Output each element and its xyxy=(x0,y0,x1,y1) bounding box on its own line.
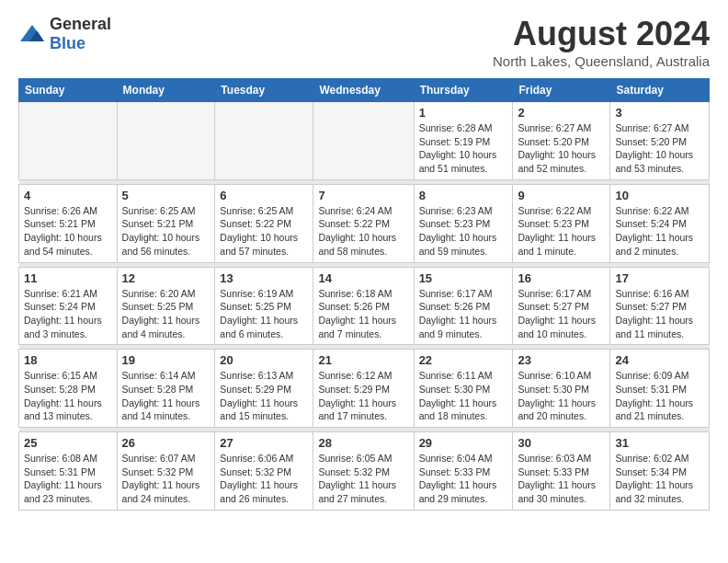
day-info: Sunrise: 6:14 AMSunset: 5:28 PMDaylight:… xyxy=(122,369,210,423)
calendar-cell: 17Sunrise: 6:16 AMSunset: 5:27 PMDayligh… xyxy=(610,267,710,345)
weekday-header: Tuesday xyxy=(215,79,313,102)
calendar-cell: 24Sunrise: 6:09 AMSunset: 5:31 PMDayligh… xyxy=(610,350,710,428)
calendar-week-row: 25Sunrise: 6:08 AMSunset: 5:31 PMDayligh… xyxy=(19,432,710,511)
day-number: 20 xyxy=(220,353,308,367)
day-info: Sunrise: 6:27 AMSunset: 5:20 PMDaylight:… xyxy=(615,121,704,176)
calendar-week-row: 18Sunrise: 6:15 AMSunset: 5:28 PMDayligh… xyxy=(19,350,710,428)
day-number: 10 xyxy=(615,189,704,202)
title-block: August 2024 North Lakes, Queensland, Aus… xyxy=(493,15,710,69)
weekday-header: Thursday xyxy=(414,79,513,102)
day-number: 13 xyxy=(220,271,308,285)
calendar-week-row: 11Sunrise: 6:21 AMSunset: 5:24 PMDayligh… xyxy=(19,267,710,345)
weekday-header: Wednesday xyxy=(313,79,414,102)
calendar-cell: 14Sunrise: 6:18 AMSunset: 5:26 PMDayligh… xyxy=(313,267,414,345)
day-info: Sunrise: 6:07 AMSunset: 5:32 PMDaylight:… xyxy=(122,452,210,506)
weekday-header: Friday xyxy=(513,79,610,102)
logo-icon xyxy=(18,23,46,45)
day-number: 2 xyxy=(518,106,605,120)
calendar-cell: 23Sunrise: 6:10 AMSunset: 5:30 PMDayligh… xyxy=(513,350,610,428)
day-number: 9 xyxy=(518,189,605,202)
location: North Lakes, Queensland, Australia xyxy=(493,53,710,69)
day-number: 17 xyxy=(615,271,704,285)
calendar-cell: 22Sunrise: 6:11 AMSunset: 5:30 PMDayligh… xyxy=(414,350,513,428)
day-info: Sunrise: 6:22 AMSunset: 5:23 PMDaylight:… xyxy=(518,204,605,259)
day-number: 12 xyxy=(122,271,210,285)
calendar-cell: 27Sunrise: 6:06 AMSunset: 5:32 PMDayligh… xyxy=(215,432,313,511)
calendar-cell: 20Sunrise: 6:13 AMSunset: 5:29 PMDayligh… xyxy=(215,350,313,428)
day-info: Sunrise: 6:15 AMSunset: 5:28 PMDaylight:… xyxy=(24,369,112,423)
day-number: 18 xyxy=(24,353,112,367)
day-number: 22 xyxy=(419,353,508,367)
calendar-cell: 4Sunrise: 6:26 AMSunset: 5:21 PMDaylight… xyxy=(19,184,118,262)
day-info: Sunrise: 6:27 AMSunset: 5:20 PMDaylight:… xyxy=(518,121,605,176)
calendar-cell: 8Sunrise: 6:23 AMSunset: 5:23 PMDaylight… xyxy=(414,184,513,262)
day-number: 14 xyxy=(318,271,408,285)
day-number: 5 xyxy=(122,189,210,202)
calendar-cell xyxy=(215,102,313,180)
day-info: Sunrise: 6:25 AMSunset: 5:21 PMDaylight:… xyxy=(122,204,210,259)
calendar-cell: 25Sunrise: 6:08 AMSunset: 5:31 PMDayligh… xyxy=(19,432,118,511)
calendar-cell: 11Sunrise: 6:21 AMSunset: 5:24 PMDayligh… xyxy=(19,267,118,345)
calendar-week-row: 1Sunrise: 6:28 AMSunset: 5:19 PMDaylight… xyxy=(19,102,710,180)
day-info: Sunrise: 6:22 AMSunset: 5:24 PMDaylight:… xyxy=(615,204,704,259)
day-info: Sunrise: 6:25 AMSunset: 5:22 PMDaylight:… xyxy=(220,204,308,259)
calendar-cell: 18Sunrise: 6:15 AMSunset: 5:28 PMDayligh… xyxy=(19,350,118,428)
day-info: Sunrise: 6:28 AMSunset: 5:19 PMDaylight:… xyxy=(419,121,508,176)
day-info: Sunrise: 6:17 AMSunset: 5:27 PMDaylight:… xyxy=(518,287,605,341)
calendar-week-row: 4Sunrise: 6:26 AMSunset: 5:21 PMDaylight… xyxy=(19,184,710,262)
calendar-cell: 2Sunrise: 6:27 AMSunset: 5:20 PMDaylight… xyxy=(513,102,610,180)
day-info: Sunrise: 6:16 AMSunset: 5:27 PMDaylight:… xyxy=(615,287,704,341)
day-info: Sunrise: 6:21 AMSunset: 5:24 PMDaylight:… xyxy=(24,287,112,341)
day-number: 7 xyxy=(318,189,408,202)
day-number: 16 xyxy=(518,271,605,285)
day-info: Sunrise: 6:23 AMSunset: 5:23 PMDaylight:… xyxy=(419,204,508,259)
calendar-cell: 5Sunrise: 6:25 AMSunset: 5:21 PMDaylight… xyxy=(117,184,215,262)
day-number: 26 xyxy=(122,436,210,450)
logo: General Blue xyxy=(18,15,111,53)
day-number: 25 xyxy=(24,436,112,450)
calendar-cell xyxy=(117,102,215,180)
weekday-header: Saturday xyxy=(610,79,710,102)
logo-general: General xyxy=(50,15,111,33)
day-info: Sunrise: 6:04 AMSunset: 5:33 PMDaylight:… xyxy=(419,452,508,506)
logo-blue: Blue xyxy=(50,34,85,52)
day-number: 4 xyxy=(24,189,112,202)
calendar-cell: 9Sunrise: 6:22 AMSunset: 5:23 PMDaylight… xyxy=(513,184,610,262)
day-info: Sunrise: 6:17 AMSunset: 5:26 PMDaylight:… xyxy=(419,287,508,341)
day-info: Sunrise: 6:02 AMSunset: 5:34 PMDaylight:… xyxy=(615,452,704,506)
day-info: Sunrise: 6:19 AMSunset: 5:25 PMDaylight:… xyxy=(220,287,308,341)
day-number: 27 xyxy=(220,436,308,450)
day-info: Sunrise: 6:05 AMSunset: 5:32 PMDaylight:… xyxy=(318,452,408,506)
day-number: 6 xyxy=(220,189,308,202)
calendar-cell: 19Sunrise: 6:14 AMSunset: 5:28 PMDayligh… xyxy=(117,350,215,428)
day-info: Sunrise: 6:13 AMSunset: 5:29 PMDaylight:… xyxy=(220,369,308,423)
calendar-cell: 6Sunrise: 6:25 AMSunset: 5:22 PMDaylight… xyxy=(215,184,313,262)
day-number: 21 xyxy=(318,353,408,367)
day-number: 11 xyxy=(24,271,112,285)
calendar-cell: 21Sunrise: 6:12 AMSunset: 5:29 PMDayligh… xyxy=(313,350,414,428)
day-number: 24 xyxy=(615,353,704,367)
calendar-cell: 26Sunrise: 6:07 AMSunset: 5:32 PMDayligh… xyxy=(117,432,215,511)
calendar-cell: 15Sunrise: 6:17 AMSunset: 5:26 PMDayligh… xyxy=(414,267,513,345)
day-info: Sunrise: 6:10 AMSunset: 5:30 PMDaylight:… xyxy=(518,369,605,423)
day-number: 30 xyxy=(518,436,605,450)
weekday-header: Monday xyxy=(117,79,215,102)
day-number: 23 xyxy=(518,353,605,367)
calendar-cell: 16Sunrise: 6:17 AMSunset: 5:27 PMDayligh… xyxy=(513,267,610,345)
day-info: Sunrise: 6:11 AMSunset: 5:30 PMDaylight:… xyxy=(419,369,508,423)
day-number: 1 xyxy=(419,106,508,120)
calendar-cell: 31Sunrise: 6:02 AMSunset: 5:34 PMDayligh… xyxy=(610,432,710,511)
day-info: Sunrise: 6:03 AMSunset: 5:33 PMDaylight:… xyxy=(518,452,605,506)
calendar-cell xyxy=(313,102,414,180)
calendar-header-row: SundayMondayTuesdayWednesdayThursdayFrid… xyxy=(19,79,710,102)
calendar: SundayMondayTuesdayWednesdayThursdayFrid… xyxy=(18,78,710,511)
calendar-cell: 28Sunrise: 6:05 AMSunset: 5:32 PMDayligh… xyxy=(313,432,414,511)
calendar-cell: 30Sunrise: 6:03 AMSunset: 5:33 PMDayligh… xyxy=(513,432,610,511)
calendar-body: 1Sunrise: 6:28 AMSunset: 5:19 PMDaylight… xyxy=(19,102,710,511)
weekday-header: Sunday xyxy=(19,79,118,102)
day-info: Sunrise: 6:12 AMSunset: 5:29 PMDaylight:… xyxy=(318,369,408,423)
day-info: Sunrise: 6:20 AMSunset: 5:25 PMDaylight:… xyxy=(122,287,210,341)
calendar-cell xyxy=(19,102,118,180)
day-info: Sunrise: 6:26 AMSunset: 5:21 PMDaylight:… xyxy=(24,204,112,259)
month-year: August 2024 xyxy=(493,15,710,53)
